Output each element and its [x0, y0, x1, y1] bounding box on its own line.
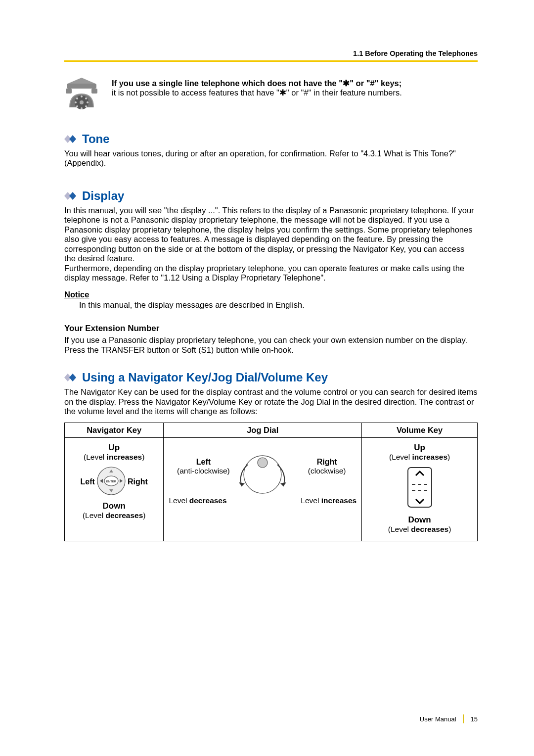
vol-up-label: Up	[366, 443, 473, 453]
footer-label: User Manual	[420, 715, 456, 723]
svg-text:ENTER: ENTER	[106, 479, 117, 482]
svg-marker-15	[69, 135, 76, 143]
jog-level-increases: Level increases	[301, 496, 356, 505]
tone-title: Tone	[82, 132, 110, 146]
single-line-note: If you use a single line telephone which…	[64, 77, 478, 111]
header-section-label: 1.1 Before Operating the Telephones	[353, 49, 478, 57]
section-heading-display: Display	[64, 189, 478, 203]
diamond-bullet-icon	[64, 373, 78, 382]
svg-marker-19	[69, 374, 76, 381]
jog-level-decreases: Level decreases	[169, 496, 226, 505]
th-jog-dial: Jog Dial	[164, 423, 362, 437]
svg-marker-29	[239, 482, 245, 486]
extension-body: If you use a Panasonic display proprieta…	[64, 335, 478, 355]
svg-marker-30	[280, 482, 286, 486]
rotary-phone-icon	[64, 77, 99, 111]
th-navigator-key: Navigator Key	[65, 423, 164, 437]
svg-point-11	[76, 105, 78, 107]
volume-key-icon	[366, 466, 473, 511]
display-body: In this manual, you will see "the displa…	[64, 206, 478, 283]
jog-dial-icon	[228, 450, 297, 511]
navigator-body: The Navigator Key can be used for the di…	[64, 387, 478, 416]
diamond-bullet-icon	[64, 135, 78, 143]
svg-point-28	[258, 458, 267, 468]
footer: User Manual 15	[420, 714, 478, 723]
vol-down-label: Down	[366, 515, 473, 525]
svg-point-6	[81, 95, 83, 97]
navigator-title: Using a Navigator Key/Jog Dial/Volume Ke…	[82, 371, 328, 384]
th-volume-key: Volume Key	[362, 423, 478, 437]
nav-right-label: Right	[128, 477, 148, 486]
svg-point-9	[85, 105, 87, 107]
nav-up-paren: (Level increases)	[69, 453, 159, 462]
svg-rect-2	[66, 89, 72, 94]
svg-point-10	[81, 107, 83, 109]
note-plain-line: it is not possible to access features th…	[112, 88, 402, 97]
svg-point-13	[76, 97, 78, 99]
svg-marker-17	[69, 192, 76, 200]
jog-right-sub: (clockwise)	[297, 467, 356, 475]
jog-dial-cell: Left (anti-clockwise) Right (clockwise)	[164, 437, 362, 541]
notice-label: Notice	[64, 290, 478, 299]
svg-point-7	[85, 97, 87, 99]
svg-point-5	[80, 100, 84, 104]
header-rule	[64, 60, 478, 62]
nav-down-paren: (Level decreases)	[69, 511, 159, 520]
svg-marker-0	[68, 78, 95, 84]
section-heading-tone: Tone	[64, 132, 478, 146]
svg-point-12	[75, 101, 77, 103]
nav-left-label: Left	[81, 477, 95, 486]
volume-key-cell: Up (Level increases)	[362, 437, 478, 541]
nav-up-label: Up	[69, 443, 159, 453]
svg-point-8	[87, 101, 89, 103]
svg-rect-31	[408, 468, 432, 507]
nav-down-label: Down	[69, 501, 159, 511]
extension-subhead: Your Extension Number	[64, 324, 478, 333]
svg-rect-1	[67, 84, 96, 89]
section-heading-navigator: Using a Navigator Key/Jog Dial/Volume Ke…	[64, 371, 478, 384]
tone-body: You will hear various tones, during or a…	[64, 149, 478, 168]
vol-up-paren: (Level increases)	[366, 453, 473, 462]
footer-page-number: 15	[471, 715, 478, 723]
vol-down-paren: (Level decreases)	[366, 525, 473, 534]
svg-rect-3	[91, 89, 97, 94]
diamond-bullet-icon	[64, 191, 78, 200]
notice-body: In this manual, the display messages are…	[79, 300, 478, 310]
jog-right-label: Right	[297, 458, 356, 467]
footer-divider	[463, 714, 464, 723]
note-bold-line: If you use a single line telephone which…	[112, 79, 401, 88]
navigator-key-icon: ENTER	[97, 467, 126, 497]
navigator-key-cell: Up (Level increases) Left ENTER	[65, 437, 164, 541]
display-title: Display	[82, 189, 124, 203]
navigator-table: Navigator Key Jog Dial Volume Key Up (Le…	[64, 423, 478, 541]
